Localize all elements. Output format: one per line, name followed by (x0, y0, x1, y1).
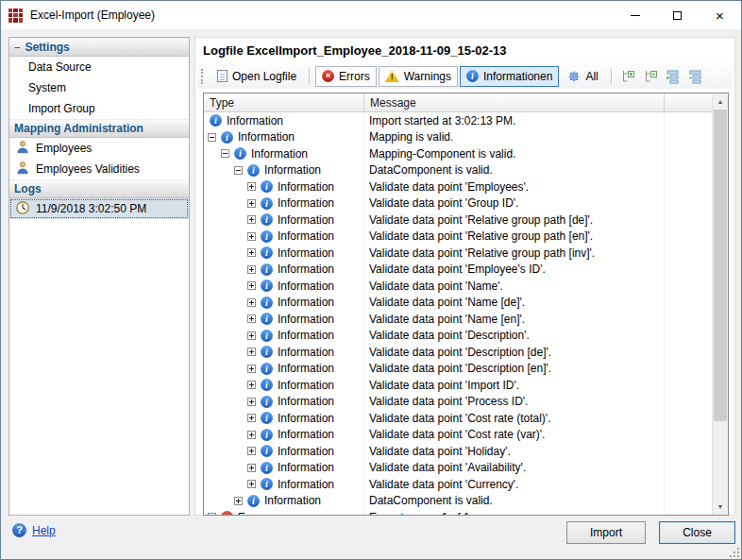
log-row[interactable]: iInformationValidate data point 'Cost ra… (204, 427, 712, 444)
titlebar[interactable]: Excel-Import (Employee) × (1, 1, 741, 29)
log-row-type-label: Information (278, 280, 334, 293)
log-row[interactable]: iInformationValidate data point 'Import … (204, 377, 712, 394)
sidebar-item-employees[interactable]: Employees (9, 138, 189, 159)
log-row-message: Validate data point 'Group ID'. (364, 195, 665, 212)
expand-icon[interactable] (247, 398, 256, 406)
log-row[interactable]: iInformationValidate data point 'Employe… (204, 262, 712, 279)
log-row-message: Validate data point 'Description [de]'. (364, 344, 665, 361)
collapse-icon[interactable] (208, 513, 216, 515)
expand-icon[interactable] (247, 248, 256, 257)
log-row[interactable]: iInformationValidate data point 'Relativ… (204, 245, 712, 262)
column-header-message[interactable]: Message (364, 93, 665, 111)
info-icon: i (261, 462, 273, 474)
log-row[interactable]: iInformationValidate data point 'Relativ… (204, 212, 712, 229)
log-row[interactable]: iInformationValidate data point 'Descrip… (204, 328, 712, 345)
all-filter-button[interactable]: All (561, 66, 604, 87)
log-row[interactable]: iInformationDataComponent is valid. (204, 162, 712, 179)
expand-icon[interactable] (247, 348, 256, 356)
expand-icon[interactable] (247, 480, 256, 488)
log-row[interactable]: iInformationValidate data point 'Name [d… (204, 295, 712, 312)
sidebar-item-import-group[interactable]: Import Group (9, 98, 189, 119)
log-row[interactable]: iInformationValidate data point 'Currenc… (204, 476, 712, 493)
log-row[interactable]: iInformationValidate data point 'Name'. (204, 278, 712, 295)
logfile-title: Logfile ExcelImport_Employee_2018-11-09_… (203, 43, 507, 58)
collapse-icon[interactable] (208, 133, 216, 142)
blue-star-icon (567, 70, 581, 83)
scroll-down-icon[interactable]: ▼ (713, 499, 728, 515)
help-link[interactable]: ? Help (12, 523, 56, 537)
collapse-branch-button[interactable] (685, 66, 706, 87)
log-row[interactable]: iInformationMapping-Component is valid. (204, 145, 712, 162)
expand-icon[interactable] (247, 199, 256, 208)
column-header-blank[interactable] (665, 93, 712, 111)
collapse-icon[interactable] (221, 149, 229, 158)
info-icon: i (261, 346, 273, 358)
informationen-filter-button[interactable]: i Informationen (460, 66, 559, 87)
help-circle-icon: ? (12, 523, 26, 537)
minimize-button[interactable] (614, 1, 656, 29)
expand-branch-button[interactable] (663, 66, 683, 87)
expand-icon[interactable] (247, 331, 256, 340)
full-expand-button[interactable] (617, 66, 638, 87)
log-row[interactable]: iInformationMapping is valid. (204, 129, 712, 146)
toolbar-grip[interactable] (201, 69, 205, 84)
log-row-type-label: Information (278, 428, 334, 441)
maximize-button[interactable] (656, 1, 699, 29)
warnings-filter-button[interactable]: ! Warnings (379, 66, 458, 87)
expand-icon[interactable] (247, 464, 256, 472)
sidebar-group-header-settings[interactable]: −Settings (9, 38, 189, 57)
full-collapse-button[interactable] (640, 66, 661, 87)
log-row-type-cell: iInformation (204, 278, 364, 295)
expand-icon[interactable] (247, 182, 256, 191)
log-row[interactable]: iInformationImport started at 3:02:13 PM… (204, 112, 712, 129)
log-row[interactable]: ×ErrorExecute page 1 of 1. (204, 509, 712, 515)
scrollbar-thumb[interactable] (714, 110, 727, 421)
open-logfile-button[interactable]: Open Logfile (211, 66, 303, 87)
expand-icon[interactable] (247, 298, 256, 307)
log-row[interactable]: iInformationValidate data point 'Relativ… (204, 229, 712, 246)
log-row-type-label: Information (238, 130, 295, 144)
log-row-type-label: Information (278, 196, 334, 210)
expand-icon[interactable] (247, 447, 256, 455)
resize-grip[interactable] (729, 547, 739, 557)
expand-icon[interactable] (247, 215, 256, 224)
log-row[interactable]: iInformationValidate data point 'Name [e… (204, 311, 712, 328)
expand-icon[interactable] (247, 414, 256, 422)
sidebar-group-header-logs[interactable]: Logs (9, 179, 189, 198)
expand-icon[interactable] (247, 281, 256, 290)
column-header-type[interactable]: Type (204, 93, 364, 111)
log-row[interactable]: iInformationValidate data point 'Availab… (204, 460, 712, 477)
log-row[interactable]: iInformationValidate data point 'Employe… (204, 178, 712, 195)
sidebar-item-system[interactable]: System (9, 77, 189, 98)
scroll-up-icon[interactable]: ▲ (713, 93, 728, 110)
close-window-button[interactable]: × (699, 1, 741, 29)
log-row[interactable]: iInformationValidate data point 'Process… (204, 394, 712, 411)
close-dialog-button[interactable]: Close (659, 521, 735, 544)
sidebar-item-employees-validities[interactable]: Employees Validities (9, 159, 189, 179)
minimize-icon (631, 15, 640, 16)
log-row[interactable]: iInformationValidate data point 'Group I… (204, 195, 712, 212)
errors-filter-button[interactable]: × Errors (315, 66, 377, 87)
expand-icon[interactable] (234, 497, 243, 505)
log-row[interactable]: iInformationDataComponent is valid. (204, 493, 712, 510)
log-row[interactable]: iInformationValidate data point 'Descrip… (204, 344, 712, 361)
sidebar-group-header-mapping-administration[interactable]: Mapping Administration (9, 119, 189, 138)
log-row-type-cell: iInformation (204, 162, 364, 179)
expand-icon[interactable] (247, 314, 256, 323)
expand-icon[interactable] (247, 381, 256, 389)
sidebar-item-11-9-2018-3-02-50-pm[interactable]: 11/9/2018 3:02:50 PM (9, 198, 189, 219)
expand-icon[interactable] (247, 232, 256, 241)
sidebar-item-data-source[interactable]: Data Source (9, 57, 189, 77)
expand-icon[interactable] (247, 365, 256, 373)
collapse-icon[interactable] (234, 166, 243, 175)
import-button[interactable]: Import (566, 521, 646, 544)
log-row-message: Validate data point 'Employee's ID'. (364, 262, 665, 279)
expand-icon[interactable] (247, 265, 256, 274)
expand-icon[interactable] (247, 431, 256, 439)
log-toolbar: Open Logfile × Errors ! Warnings i Infor… (197, 63, 733, 89)
vertical-scrollbar[interactable]: ▲ ▼ (712, 93, 728, 515)
log-row[interactable]: iInformationValidate data point 'Holiday… (204, 443, 712, 460)
log-row[interactable]: iInformationValidate data point 'Descrip… (204, 361, 712, 378)
log-row[interactable]: iInformationValidate data point 'Cost ra… (204, 410, 712, 427)
log-row-type-cell: iInformation (204, 427, 364, 444)
